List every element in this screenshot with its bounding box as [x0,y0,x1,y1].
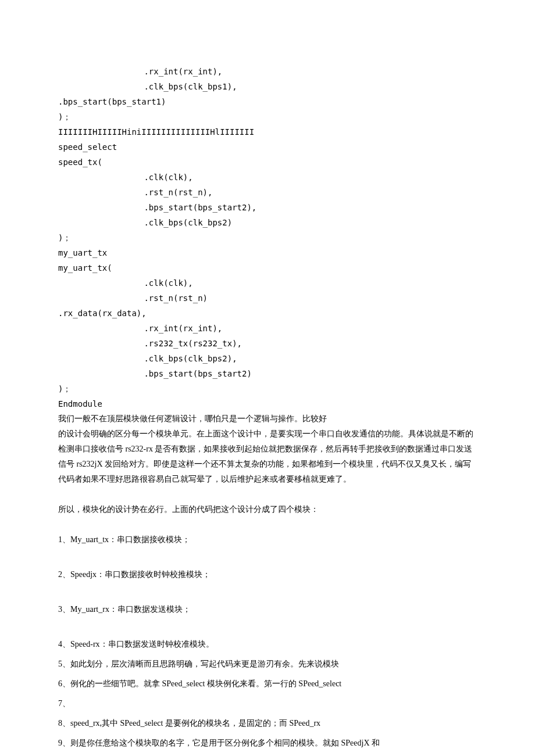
list-item: 1、My_uart_tx：串口数据接收模块； [58,532,477,547]
code-line: .rx_data(rx_data), [58,306,477,321]
code-line: .clk(clk), [58,170,477,185]
code-line: speed_select [58,139,477,155]
list-item: 8、speed_rx,其中 SPeed_select 是要例化的模块名，是固定的… [58,716,477,731]
blank-line [58,622,477,637]
code-line: )； [58,381,477,396]
code-line: IIIIIIIHIIIIIHiniIIIIIIIIIIIIIIHlIIIIIII [58,124,477,139]
code-line: )； [58,109,477,124]
blank-line [58,517,477,532]
code-line: Endmodule [58,396,477,411]
blank-line [58,487,477,502]
code-line: .rst_n(rst_n), [58,185,477,200]
code-line: .bps_start(bps_start2), [58,200,477,215]
list-item: 2、Speedjx：串口数据接收时钟校推模块； [58,567,477,582]
code-line: .bps_start(bps_start2) [58,366,477,381]
code-line: .clk_bps(clk_bps2) [58,215,477,230]
paragraph: 的设计会明确的区分每一个模块单元。在上面这个设计中，是要实现一个串口自收发通信的… [58,427,477,487]
code-line: my_uart_tx [58,245,477,260]
blank-line [58,587,477,602]
code-line: )； [58,230,477,245]
list-item: 9、则是你任意给这个模块取的名字，它是用于区分例化多个相同的模块。就如 SPee… [58,736,477,751]
code-line: .rx_int(rx_int), [58,321,477,336]
document-page: .rx_int(rx_int), .clk_bps(clk_bps1), .bp… [0,0,535,756]
code-line: .bps_start(bps_start1) [58,94,477,109]
list-item: 7、 [58,696,477,711]
code-line: .rs232_tx(rs232_tx), [58,336,477,351]
code-line: .rst_n(rst_n) [58,291,477,306]
code-line: .clk(clk), [58,275,477,291]
list-item: 5、如此划分，层次清晰而且思路明确，写起代码来更是游刃有余。先来说模块 [58,657,477,672]
code-line: .rx_int(rx_int), [58,64,477,79]
paragraph: 我们一般不在顶层模块做任何逻辑设计，哪怕只是一个逻辑与操作。比较好 [58,411,477,427]
code-line: .clk_bps(clk_bps1), [58,79,477,94]
blank-line [58,552,477,567]
list-item: 3、My_uart_rx：串口数据发送模块； [58,602,477,617]
paragraph: 所以，模块化的设计势在必行。上面的代码把这个设计分成了四个模块： [58,502,477,517]
code-line: speed_tx( [58,155,477,170]
code-line: .clk_bps(clk_bps2), [58,351,477,366]
list-item: 6、例化的一些细节吧。就拿 SPeed_select 模块例化来看。第一行的 S… [58,676,477,691]
code-line: my_uart_tx( [58,260,477,275]
list-item: 4、Speed-rx：串口数据发送时钟校准模块。 [58,637,477,652]
